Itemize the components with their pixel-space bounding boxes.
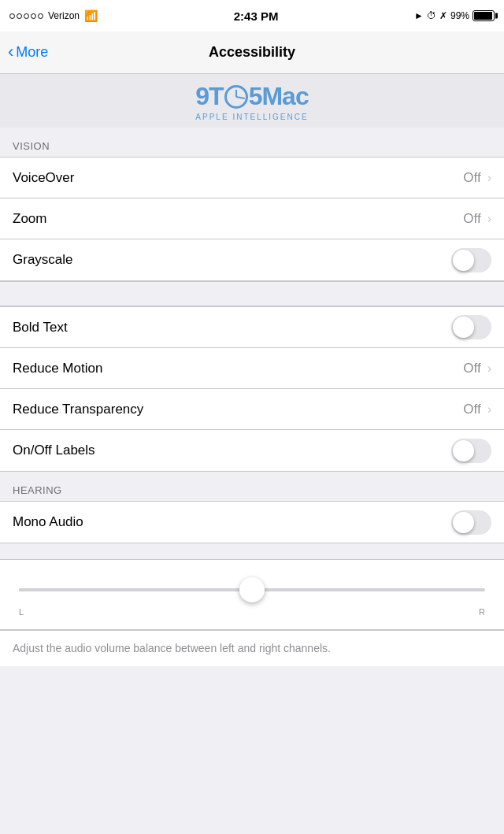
signal-dot-1 <box>9 13 15 19</box>
watermark: 9T 5Mac APPLE INTELLIGENCE <box>0 74 504 128</box>
display-group: Bold Text Reduce Motion Off › Reduce Tra… <box>0 306 504 472</box>
logo-nine: 9T <box>195 82 223 111</box>
section-spacer-1 <box>0 281 504 306</box>
section-header-hearing: HEARING <box>0 472 504 501</box>
toggle-knob <box>453 440 474 461</box>
chevron-right-icon: › <box>487 171 491 185</box>
zoom-row[interactable]: Zoom Off › <box>0 198 504 239</box>
grayscale-label: Grayscale <box>13 252 73 268</box>
logo-five: 5Mac <box>249 82 309 111</box>
mono-audio-row[interactable]: Mono Audio <box>0 502 504 543</box>
bluetooth-icon: ✗ <box>439 10 447 21</box>
grayscale-toggle[interactable] <box>451 248 491 272</box>
bottom-spacer <box>0 666 504 698</box>
signal-dot-2 <box>17 13 22 19</box>
signal-dot-4 <box>31 13 36 19</box>
location-icon: ► <box>414 10 424 21</box>
clock-minute-hand <box>235 96 244 99</box>
chevron-right-icon: › <box>487 212 491 226</box>
mono-audio-toggle[interactable] <box>451 510 491 535</box>
signal-dot-5 <box>38 13 43 19</box>
slider-labels: L R <box>19 607 485 617</box>
mono-audio-label: Mono Audio <box>13 514 83 530</box>
reduce-transparency-label: Reduce Transparency <box>13 402 143 417</box>
signal-dots <box>9 13 43 19</box>
slider-section: L R <box>0 559 504 630</box>
battery-fill <box>474 12 492 20</box>
carrier-label: Verizon <box>48 10 80 21</box>
battery-percent: 99% <box>450 10 469 21</box>
toggle-knob <box>453 250 474 271</box>
slider-fill <box>19 588 252 591</box>
reduce-motion-row[interactable]: Reduce Motion Off › <box>0 348 504 389</box>
reduce-motion-label: Reduce Motion <box>13 361 102 376</box>
zoom-label: Zoom <box>13 211 46 227</box>
status-right: ► ⏱ ✗ 99% <box>414 10 495 21</box>
battery-icon <box>472 10 495 21</box>
logo-clock <box>224 85 248 109</box>
chevron-right-icon: › <box>487 402 491 417</box>
chevron-left-icon: ‹ <box>8 43 13 61</box>
grayscale-row[interactable]: Grayscale <box>0 239 504 280</box>
onoff-labels-toggle[interactable] <box>451 439 491 463</box>
wifi-icon: 📶 <box>84 9 98 22</box>
voiceover-label: VoiceOver <box>13 170 74 186</box>
bold-text-label: Bold Text <box>13 320 68 335</box>
toggle-knob <box>453 512 474 533</box>
onoff-labels-row[interactable]: On/Off Labels <box>0 430 504 471</box>
zoom-value: Off › <box>463 211 491 227</box>
nav-bar: ‹ More Accessibility <box>0 32 504 74</box>
signal-dot-3 <box>24 13 29 19</box>
back-label: More <box>16 44 48 61</box>
status-time: 2:43 PM <box>234 9 279 23</box>
voiceover-value: Off › <box>463 170 491 186</box>
watermark-subtitle: APPLE INTELLIGENCE <box>195 113 308 121</box>
watermark-logo: 9T 5Mac <box>195 82 308 111</box>
slider-caption: Adjust the audio volume balance between … <box>0 630 504 666</box>
slider-left-label: L <box>19 607 24 617</box>
page-title: Accessibility <box>209 44 295 61</box>
slider-track <box>19 588 485 591</box>
onoff-labels-label: On/Off Labels <box>13 443 95 458</box>
bold-text-toggle[interactable] <box>451 315 491 339</box>
reduce-motion-value: Off › <box>463 361 491 376</box>
slider-right-label: R <box>479 607 485 617</box>
status-bar: Verizon 📶 2:43 PM ► ⏱ ✗ 99% <box>0 0 504 32</box>
chevron-right-icon: › <box>487 361 491 376</box>
status-left: Verizon 📶 <box>9 9 98 22</box>
voiceover-row[interactable]: VoiceOver Off › <box>0 158 504 198</box>
reduce-transparency-value: Off › <box>463 402 491 417</box>
bold-text-row[interactable]: Bold Text <box>0 307 504 348</box>
hearing-group: Mono Audio <box>0 501 504 543</box>
slider-thumb[interactable] <box>239 577 265 602</box>
vision-group: VoiceOver Off › Zoom Off › Grayscale <box>0 157 504 281</box>
reduce-transparency-row[interactable]: Reduce Transparency Off › <box>0 389 504 430</box>
spacer-before-slider <box>0 543 504 559</box>
section-header-vision: VISION <box>0 128 504 157</box>
back-button[interactable]: ‹ More <box>8 44 48 61</box>
alarm-icon: ⏱ <box>427 10 436 21</box>
toggle-knob <box>453 317 474 338</box>
